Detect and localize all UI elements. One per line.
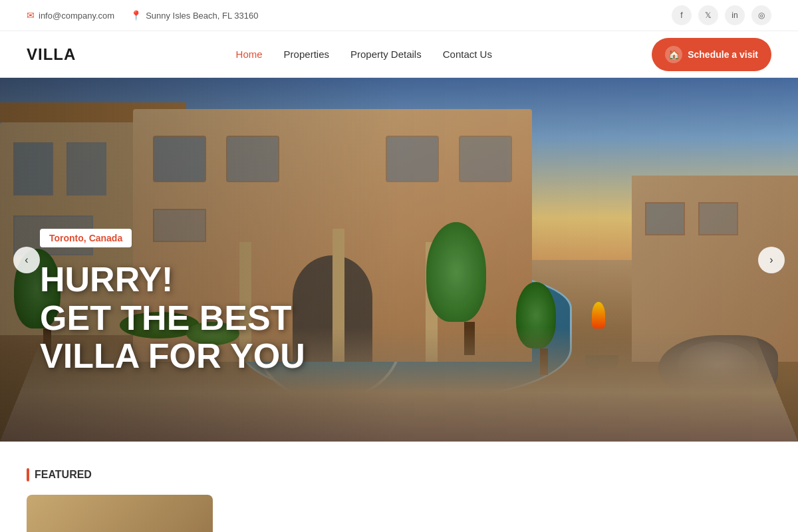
address-info: 📍 Sunny Isles Beach, FL 33160 (130, 10, 258, 21)
hero-title-line1: HURRY! (40, 261, 305, 299)
arrow-right-icon: › (769, 254, 773, 266)
featured-card-placeholder-1: 🏡 (27, 495, 213, 532)
nav-link-home[interactable]: Home (236, 49, 263, 60)
location-badge: Toronto, Canada (40, 229, 132, 247)
instagram-button[interactable]: ◎ (751, 5, 771, 25)
nav-item-property-details[interactable]: Property Details (350, 49, 422, 61)
hero-content: Toronto, Canada HURRY! GET THE BEST VILL… (40, 229, 305, 375)
social-links: f 𝕏 in ◎ (672, 5, 771, 25)
hero-title-line2: GET THE BEST (40, 299, 305, 337)
email-text: info@company.com (39, 11, 114, 21)
nav-item-contact[interactable]: Contact Us (443, 49, 492, 61)
featured-label: FEATURED (27, 468, 771, 481)
nav-item-properties[interactable]: Properties (284, 49, 329, 61)
below-fold: FEATURED 🏡 (0, 442, 798, 532)
featured-card-1[interactable]: 🏡 (27, 495, 213, 532)
hero-title-line3: VILLA FOR YOU (40, 337, 305, 375)
schedule-visit-button[interactable]: 🏠 Schedule a visit (652, 38, 771, 71)
address-text: Sunny Isles Beach, FL 33160 (146, 11, 258, 21)
location-icon: 📍 (130, 10, 142, 21)
schedule-label: Schedule a visit (688, 49, 758, 60)
linkedin-icon: in (732, 11, 737, 20)
slider-next-button[interactable]: › (758, 247, 785, 273)
nav-item-home[interactable]: Home (236, 49, 263, 61)
top-bar-left: ✉ info@company.com 📍 Sunny Isles Beach, … (27, 10, 258, 21)
hero-title: HURRY! GET THE BEST VILLA FOR YOU (40, 261, 305, 375)
instagram-icon: ◎ (758, 11, 765, 20)
featured-section: 🏡 (27, 495, 771, 532)
navbar: VILLA Home Properties Property Details C… (0, 31, 798, 78)
nav-link-properties[interactable]: Properties (284, 49, 329, 60)
twitter-button[interactable]: 𝕏 (698, 5, 718, 25)
arrow-left-icon: ‹ (25, 254, 28, 266)
location-highlight: Canada (89, 233, 123, 243)
featured-text: FEATURED (35, 469, 92, 481)
facebook-button[interactable]: f (672, 5, 692, 25)
nav-links: Home Properties Property Details Contact… (236, 49, 492, 61)
site-logo[interactable]: VILLA (27, 45, 76, 64)
linkedin-button[interactable]: in (725, 5, 745, 25)
nav-link-property-details[interactable]: Property Details (350, 49, 422, 60)
nav-link-contact[interactable]: Contact Us (443, 49, 492, 60)
hero-slider: Toronto, Canada HURRY! GET THE BEST VILL… (0, 78, 798, 442)
slider-prev-button[interactable]: ‹ (13, 247, 40, 273)
location-city: Toronto, (49, 233, 86, 243)
email-info: ✉ info@company.com (27, 10, 114, 21)
facebook-icon: f (680, 11, 682, 20)
twitter-icon: 𝕏 (705, 11, 712, 20)
calendar-icon: 🏠 (665, 46, 682, 63)
email-icon: ✉ (27, 10, 35, 21)
top-bar: ✉ info@company.com 📍 Sunny Isles Beach, … (0, 0, 798, 31)
